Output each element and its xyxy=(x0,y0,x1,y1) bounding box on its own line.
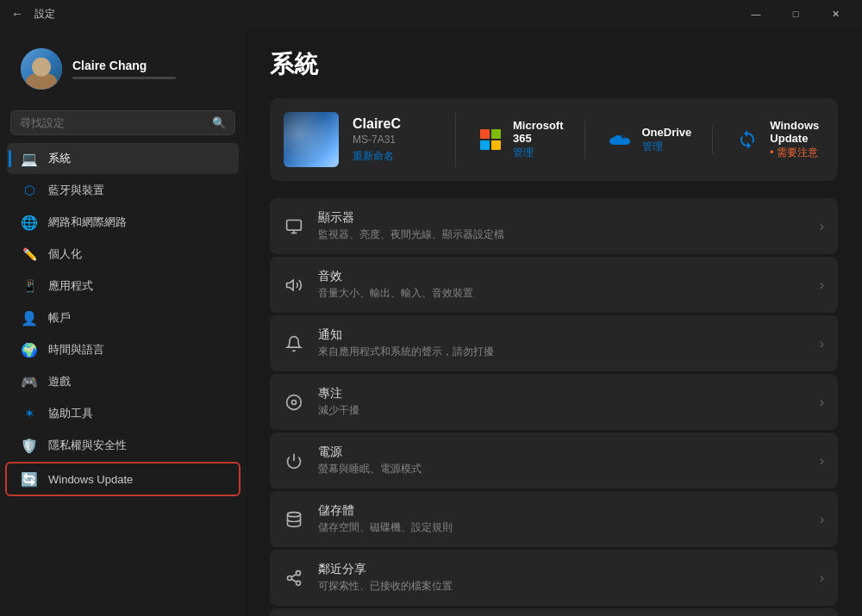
ms365-action[interactable]: 管理 xyxy=(513,146,564,160)
power-desc: 螢幕與睡眠、電源模式 xyxy=(318,462,806,476)
profile-details: ClaireC MS-7A31 重新命名 xyxy=(353,116,401,164)
user-subtitle xyxy=(72,77,176,79)
svg-marker-3 xyxy=(287,280,294,290)
settings-item-nearby-sharing[interactable]: 鄰近分享 可探索性、已接收的檔案位置 › xyxy=(270,550,838,606)
svg-point-4 xyxy=(287,395,302,409)
chevron-right-icon: › xyxy=(820,453,824,469)
sidebar-item-label: 應用程式 xyxy=(48,278,93,294)
storage-desc: 儲存空間、磁碟機、設定規則 xyxy=(318,520,806,535)
bluetooth-icon: ⬡ xyxy=(21,182,38,199)
power-icon xyxy=(284,451,304,471)
wu-name: Windows Update xyxy=(770,119,819,145)
sidebar-item-label: 帳戶 xyxy=(48,310,71,326)
sidebar-item-accessibility[interactable]: ✶ 協助工具 xyxy=(7,398,239,429)
settings-list: 顯示器 監視器、亮度、夜間光線、顯示器設定檔 › 音效 音量大小、輸出、輸入、音… xyxy=(270,198,838,616)
sidebar-item-privacy[interactable]: 🛡️ 隱私權與安全性 xyxy=(7,430,239,461)
wu-warning: • 需要注意 xyxy=(770,146,819,160)
accounts-icon: 👤 xyxy=(21,309,38,327)
sidebar-item-label: 系統 xyxy=(48,151,71,166)
profile-model: MS-7A31 xyxy=(353,134,401,146)
settings-item-storage[interactable]: 儲存體 儲存空間、磁碟機、設定規則 › xyxy=(270,491,838,547)
sidebar-item-time[interactable]: 🌍 時間與語言 xyxy=(7,334,239,365)
settings-item-power[interactable]: 電源 螢幕與睡眠、電源模式 › xyxy=(270,432,838,488)
privacy-icon: 🛡️ xyxy=(21,437,38,454)
display-icon xyxy=(284,216,304,237)
wu-card-icon xyxy=(734,126,761,153)
wu-info: Windows Update • 需要注意 xyxy=(770,119,819,160)
chevron-right-icon: › xyxy=(820,336,824,352)
onedrive-action[interactable]: 管理 xyxy=(642,140,692,154)
sidebar-item-bluetooth[interactable]: ⬡ 藍牙與裝置 xyxy=(7,175,239,206)
focus-text: 專注 減少干擾 xyxy=(318,386,806,418)
avatar xyxy=(21,48,62,90)
focus-title: 專注 xyxy=(318,386,806,401)
sound-text: 音效 音量大小、輸出、輸入、音效裝置 xyxy=(318,269,806,301)
onedrive-info: OneDrive 管理 xyxy=(642,126,692,154)
system-icon: 💻 xyxy=(21,150,38,167)
titlebar-left: ← 設定 xyxy=(7,3,55,24)
search-input[interactable] xyxy=(20,116,205,129)
display-title: 顯示器 xyxy=(318,210,806,226)
sidebar-item-network[interactable]: 🌐 網路和網際網路 xyxy=(7,207,239,238)
chevron-right-icon: › xyxy=(820,570,824,586)
sidebar-item-label: 網路和網際網路 xyxy=(48,215,127,230)
display-text: 顯示器 監視器、亮度、夜間光線、顯示器設定檔 xyxy=(318,210,806,242)
profile-thumbnail xyxy=(284,112,339,167)
display-desc: 監視器、亮度、夜間光線、顯示器設定檔 xyxy=(318,227,806,242)
svg-rect-0 xyxy=(287,220,302,230)
sound-desc: 音量大小、輸出、輸入、音效裝置 xyxy=(318,286,806,301)
svg-point-7 xyxy=(288,512,301,516)
rename-link[interactable]: 重新命名 xyxy=(353,149,401,164)
close-button[interactable]: ✕ xyxy=(815,0,855,28)
sound-icon xyxy=(284,275,304,296)
svg-line-11 xyxy=(291,579,297,582)
settings-item-display[interactable]: 顯示器 監視器、亮度、夜間光線、顯示器設定檔 › xyxy=(270,198,838,254)
notifications-desc: 來自應用程式和系統的聲示，請勿打擾 xyxy=(318,345,806,359)
sidebar-item-apps[interactable]: 📱 應用程式 xyxy=(7,271,239,302)
user-profile[interactable]: Claire Chang xyxy=(7,38,239,100)
sidebar-item-system[interactable]: 💻 系統 xyxy=(7,143,239,174)
search-box[interactable]: 🔍 xyxy=(10,110,235,135)
power-text: 電源 螢幕與睡眠、電源模式 xyxy=(318,445,806,476)
sidebar-item-gaming[interactable]: 🎮 遊戲 xyxy=(7,366,239,397)
main-content: 系統 ClaireC MS-7A31 重新命名 xyxy=(246,28,862,616)
titlebar-title: 設定 xyxy=(34,7,55,22)
sidebar-item-label: Windows Update xyxy=(48,473,133,486)
focus-desc: 減少干擾 xyxy=(318,403,806,418)
onedrive-name: OneDrive xyxy=(642,126,692,139)
settings-item-notifications[interactable]: 通知 來自應用程式和系統的聲示，請勿打擾 › xyxy=(270,315,838,371)
windows-update-icon: 🔄 xyxy=(21,470,38,488)
info-cards: ClaireC MS-7A31 重新命名 Microsoft 365 xyxy=(270,98,838,181)
maximize-button[interactable]: □ xyxy=(776,0,815,28)
nearby-sharing-title: 鄰近分享 xyxy=(318,562,806,577)
settings-item-multitasking[interactable]: 多工 貼齊視窗、桌面、工作切換 › xyxy=(270,608,838,616)
storage-text: 儲存體 儲存空間、磁碟機、設定規則 xyxy=(318,503,806,535)
profile-name: ClaireC xyxy=(353,116,401,132)
focus-icon xyxy=(284,392,304,413)
minimize-button[interactable]: — xyxy=(736,0,776,28)
profile-card: ClaireC MS-7A31 重新命名 xyxy=(284,112,456,167)
avatar-image xyxy=(21,48,62,90)
notifications-title: 通知 xyxy=(318,327,806,343)
svg-line-12 xyxy=(291,574,297,576)
windows-update-card: Windows Update • 需要注意 xyxy=(713,119,840,160)
ms365-card: Microsoft 365 管理 xyxy=(456,119,585,160)
svg-point-5 xyxy=(292,400,297,404)
back-button[interactable]: ← xyxy=(7,3,28,24)
power-title: 電源 xyxy=(318,445,806,460)
sidebar: Claire Chang 🔍 💻 系統 ⬡ 藍牙與裝置 🌐 網路和網際網路 xyxy=(0,28,246,616)
ms365-name: Microsoft 365 xyxy=(513,119,564,145)
settings-item-focus[interactable]: 專注 減少干擾 › xyxy=(270,374,838,430)
share-icon xyxy=(284,568,304,588)
sidebar-item-personalization[interactable]: ✏️ 個人化 xyxy=(7,239,239,270)
settings-item-sound[interactable]: 音效 音量大小、輸出、輸入、音效裝置 › xyxy=(270,257,838,313)
bell-icon xyxy=(284,333,304,354)
user-info: Claire Chang xyxy=(72,59,225,79)
accessibility-icon: ✶ xyxy=(21,405,38,422)
svg-point-8 xyxy=(297,570,301,575)
app-layout: Claire Chang 🔍 💻 系統 ⬡ 藍牙與裝置 🌐 網路和網際網路 xyxy=(0,28,862,616)
sidebar-item-accounts[interactable]: 👤 帳戶 xyxy=(7,302,239,333)
nearby-sharing-text: 鄰近分享 可探索性、已接收的檔案位置 xyxy=(318,562,806,594)
chevron-right-icon: › xyxy=(820,219,824,234)
sidebar-item-windows-update[interactable]: 🔄 Windows Update xyxy=(5,462,240,496)
